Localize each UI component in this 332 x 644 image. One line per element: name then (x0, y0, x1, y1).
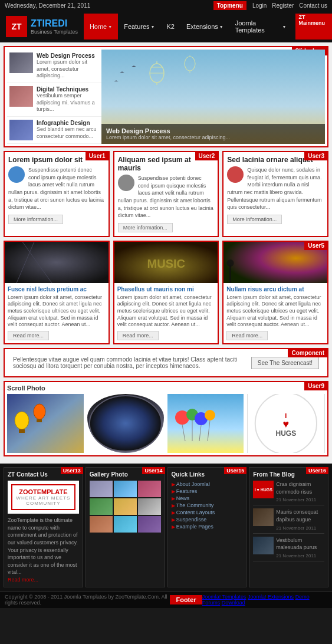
scroll-photo-2 (87, 394, 164, 453)
footer-link-1[interactable]: Joomla! Extensions (248, 594, 294, 600)
slideshow-item-1[interactable]: Web Design Process Lorem ipsum dolor sit… (7, 50, 101, 83)
quicklink-0[interactable]: About Joomla! (172, 481, 243, 488)
blog-item-2: Vestibulum malesuada purus 21 November 2… (253, 537, 324, 561)
component-section: Component Pellentesque vitae augue vel q… (4, 348, 328, 377)
user1-more-btn[interactable]: More information... (8, 215, 63, 224)
footer-link-0[interactable]: Joomla! Templates (202, 594, 246, 600)
zoo-logo: ZOOTEMPLATE WHERE ART MEETS COMMUNITY (8, 481, 79, 514)
read-more-1[interactable]: Read more... (8, 331, 49, 340)
component-text: Pellentesque vitae augue vel quam commod… (13, 356, 251, 369)
user2-icon (118, 175, 134, 191)
gallery-cell-8[interactable] (114, 516, 137, 533)
contact-link[interactable]: Contact us (299, 2, 327, 9)
nav-joomla-templates[interactable]: Joomla Templates ▼ (229, 14, 292, 40)
user2-more-btn[interactable]: More information... (118, 223, 173, 232)
blog-text-0: Cras dignissim commodo risus 21 November… (276, 481, 324, 502)
user-module-3: User3 Sed lacinia ornare aliquet Quisque… (222, 151, 328, 237)
user13-label: User13 (61, 467, 83, 474)
slideshow-thumb-1 (9, 52, 33, 73)
featured-content-1: Fusce nisl lectus pretium ac Lorem ipsum… (5, 283, 109, 343)
gallery-cell-9[interactable] (138, 516, 161, 533)
quicklink-5[interactable]: Suspendisse (172, 516, 243, 523)
quicklink-2[interactable]: News (172, 495, 243, 502)
gallery-cell-5[interactable] (114, 498, 137, 515)
nav-features[interactable]: Features ▼ (118, 14, 160, 40)
zoo-sub: WHERE ART MEETS COMMUNITY (15, 495, 71, 506)
mainmenu-badge: ZT Mainmenu (295, 14, 332, 40)
user1-content: Suspendisse potenti donec cond ipsum qui… (8, 166, 105, 211)
user5-label: User5 (304, 241, 328, 250)
slideshow-thumb-2 (9, 86, 33, 107)
svg-text:HUGS: HUGS (276, 429, 297, 438)
content-area: Slideshow Web Design Process Lorem ipsum… (0, 42, 332, 464)
blog-text-2: Vestibulum malesuada purus 21 November 2… (276, 537, 324, 558)
dropdown-icon: ▼ (219, 25, 223, 29)
user-module-1: User1 Lorem ipsum dolor sit Suspendisse … (4, 151, 110, 237)
nav-home[interactable]: Home ▼ (84, 14, 118, 40)
dropdown-icon: ▼ (108, 25, 112, 29)
logo: ZT ZTIREDI Business Templates (0, 11, 84, 42)
svg-point-19 (34, 404, 45, 419)
svg-point-18 (15, 412, 29, 429)
blog-item-0: I ♥ HUGS Cras dignissim commodo risus 21… (253, 481, 324, 505)
quicklink-3[interactable]: The Community (172, 502, 243, 509)
slideshow-item-text-3: Infographic Design Sed blandit sem nec a… (37, 120, 99, 140)
nav-menu: Home ▼ Features ▼ K2 Extensions ▼ Joomla… (84, 14, 332, 40)
footer-link-3[interactable]: Forums (202, 600, 221, 606)
quicklink-1[interactable]: Features (172, 488, 243, 495)
blog-item-1: Mauris consequat dapibus augue 21 Novemb… (253, 508, 324, 533)
login-link[interactable]: Login (252, 2, 267, 9)
sp3-svg (167, 394, 244, 453)
user3-more-btn[interactable]: More information... (227, 215, 282, 224)
gallery-cell-3[interactable] (138, 481, 161, 497)
nav-extensions[interactable]: Extensions ▼ (180, 14, 229, 40)
gallery-cell-1[interactable] (90, 481, 113, 497)
dropdown-icon: ▼ (151, 25, 155, 29)
slideshow-item-2[interactable]: Digital Techniques Vestibulum semper adi… (7, 83, 101, 117)
scroll-photo-3 (167, 394, 244, 453)
footer-label: Footer (170, 595, 202, 604)
footer-links: Joomla! Templates Joomla! Extensions Dem… (202, 594, 327, 606)
gallery-cell-2[interactable] (114, 481, 137, 497)
user9-label: User9 (304, 382, 328, 390)
footer-modules: User13 ZT Contact Us ZOOTEMPLATE WHERE A… (0, 464, 332, 591)
quicklink-4[interactable]: Content Layouts (172, 509, 243, 516)
logo-text: ZTIREDI Business Templates (31, 18, 78, 35)
nav-k2[interactable]: K2 (161, 14, 180, 40)
gallery-grid (90, 481, 161, 533)
footer-link-2[interactable]: Demo (295, 594, 310, 600)
scroll-photo-4: I ♥ HUGS (247, 394, 325, 453)
screencast-button[interactable]: See The Screencast! (251, 357, 319, 369)
featured-item-2: MUSIC Phasellus ut mauris non mi Lorem i… (113, 241, 219, 344)
svg-text:♥: ♥ (283, 418, 290, 430)
featured-item-1: Fusce nisl lectus pretium ac Lorem ipsum… (4, 241, 110, 344)
blog-text-1: Mauris consequat dapibus augue 21 Novemb… (276, 508, 324, 530)
gallery-cell-6[interactable] (138, 498, 161, 515)
user3-content: Quisque dolor nunc, sodales in feugiat i… (227, 166, 324, 211)
user16-label: User16 (306, 467, 328, 474)
user2-label: User2 (195, 152, 219, 160)
slideshow-item-3[interactable]: Infographic Design Sed blandit sem nec a… (7, 117, 101, 144)
contact-read-more[interactable]: Read more... (8, 576, 79, 583)
read-more-2[interactable]: Read more... (117, 331, 159, 340)
brand-sub: Business Templates (31, 29, 78, 35)
user1-label: User1 (86, 152, 109, 160)
scroll-photos-container: I ♥ HUGS (7, 394, 325, 453)
scroll-photo-section: User9 Scroll Photo (4, 381, 328, 456)
register-link[interactable]: Register (272, 2, 294, 9)
featured-image-2: MUSIC (114, 242, 218, 283)
gallery-cell-7[interactable] (90, 516, 113, 533)
footer-quicklinks: User15 Quick Links About Joomla! Feature… (167, 467, 247, 587)
user14-label: User14 (142, 467, 165, 474)
slideshow-list: Web Design Process Lorem ipsum dolor sit… (7, 50, 101, 144)
read-more-3[interactable]: Read more... (226, 331, 268, 340)
dropdown-icon: ▼ (282, 25, 286, 29)
quicklink-6[interactable]: Example Pages (172, 523, 243, 530)
main-navigation: ZT ZTIREDI Business Templates Home ▼ Fea… (0, 11, 332, 42)
gallery-cell-4[interactable] (90, 498, 113, 515)
footer-link-4[interactable]: Download (222, 600, 245, 606)
user-modules-row: User1 Lorem ipsum dolor sit Suspendisse … (4, 151, 328, 237)
user3-label: User3 (304, 152, 328, 160)
scroll-photo-title: Scroll Photo (7, 385, 325, 392)
slideshow-item-text-1: Web Design Process Lorem ipsum dolor sit… (37, 52, 99, 80)
